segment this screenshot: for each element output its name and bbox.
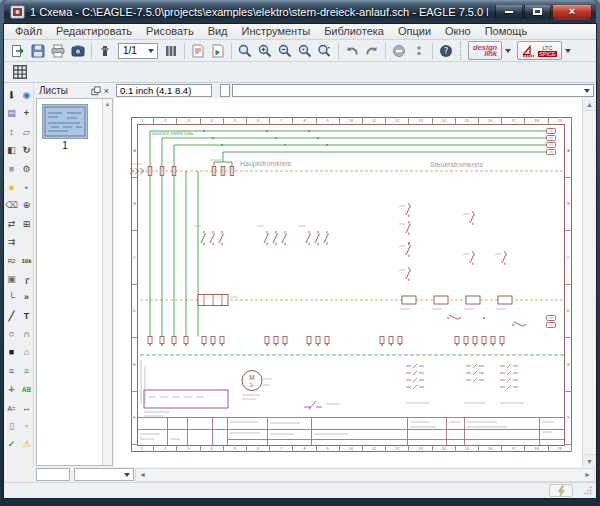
menu-item[interactable]: Файл xyxy=(8,24,49,39)
frame-column-label: 19 xyxy=(549,445,572,452)
designlink-button[interactable]: designlink xyxy=(468,41,502,60)
command-input[interactable] xyxy=(233,85,584,96)
print-button[interactable] xyxy=(48,41,68,61)
tool-rect-icon[interactable]: ■ xyxy=(5,346,18,359)
tool-rotate-icon[interactable]: ↻ xyxy=(20,144,33,157)
tool-label-icon[interactable]: AB xyxy=(20,383,33,396)
frame-column-label: 4 xyxy=(201,445,224,452)
scroll-down-icon[interactable]: ▼ xyxy=(583,454,596,467)
open-button[interactable] xyxy=(8,41,28,61)
sheet-select-combo[interactable]: 1/1 xyxy=(118,43,158,59)
help-button[interactable]: ? xyxy=(436,41,456,61)
tool-gateswap-icon[interactable]: ⇉ xyxy=(5,236,18,249)
frame-column-label: 3 xyxy=(177,445,200,452)
tool-module-icon[interactable]: ▯ xyxy=(5,420,18,433)
menu-item[interactable]: Инструменты xyxy=(235,24,318,39)
tool-change-icon[interactable]: ⚙ xyxy=(20,163,33,176)
tool-smash-icon[interactable]: ▣ xyxy=(5,273,18,286)
tool-arc-icon[interactable]: ∩ xyxy=(20,328,33,341)
menu-item[interactable]: Опции xyxy=(391,24,438,39)
layers-button[interactable] xyxy=(161,41,181,61)
zoom-out-button[interactable] xyxy=(275,41,295,61)
tool-add-icon[interactable]: ⊕ xyxy=(20,199,33,212)
tool-info-icon[interactable]: ℹ xyxy=(5,89,18,102)
menu-item[interactable]: Вид xyxy=(201,24,235,39)
horizontal-scrollbar[interactable]: ◄ ► xyxy=(135,468,595,482)
tool-mirror-icon[interactable]: ◧ xyxy=(5,144,18,157)
close-panel-button[interactable]: × xyxy=(101,85,112,96)
command-history-dropdown[interactable] xyxy=(584,89,590,93)
schematic-canvas[interactable]: M 3~ xyxy=(114,98,582,467)
tool-miter-icon[interactable]: ╭ xyxy=(20,273,33,286)
ltspice-button[interactable]: LTCSPICE xyxy=(517,41,562,60)
tool-bus-icon[interactable]: ≡ xyxy=(5,365,18,378)
board-button[interactable] xyxy=(95,41,115,61)
tool-polygon-icon[interactable]: ⌂ xyxy=(20,346,33,359)
menu-item[interactable]: Библиотека xyxy=(317,24,391,39)
menu-item[interactable]: Помощь xyxy=(478,24,535,39)
save-button[interactable] xyxy=(28,41,48,61)
tool-port-icon[interactable]: ▫ xyxy=(20,420,33,433)
menu-item[interactable]: Редактировать xyxy=(49,24,139,39)
sheets-panel-header[interactable]: Листы × xyxy=(34,83,114,98)
menu-item[interactable]: Окно xyxy=(438,24,478,39)
resize-grip[interactable] xyxy=(583,486,592,495)
ltspice-dropdown[interactable] xyxy=(562,42,574,60)
minimize-button[interactable] xyxy=(495,5,523,20)
run-ulp-button[interactable] xyxy=(208,41,228,61)
scroll-up-icon[interactable]: ▲ xyxy=(583,98,596,111)
resume-button[interactable] xyxy=(409,41,429,61)
zoom-redraw-button[interactable] xyxy=(295,41,315,61)
tool-copy-icon[interactable]: ▱ xyxy=(20,126,33,139)
export-image-button[interactable] xyxy=(68,41,88,61)
tool-delete-icon[interactable]: ⌫ xyxy=(5,199,18,212)
undo-button[interactable] xyxy=(342,41,362,61)
tool-name-icon[interactable]: R2 xyxy=(5,255,18,268)
tool-paste-icon[interactable]: ▪ xyxy=(20,181,33,194)
panel-footer-box xyxy=(36,468,70,481)
tool-pinswap-icon[interactable]: ⇄ xyxy=(5,218,18,231)
tool-show-icon[interactable]: ◉ xyxy=(20,89,33,102)
tool-group-icon[interactable]: ■ xyxy=(5,163,18,176)
tool-net-icon[interactable]: ≡ xyxy=(20,365,33,378)
scroll-right-icon[interactable]: ► xyxy=(581,471,594,478)
tool-mark-icon[interactable]: + xyxy=(20,107,33,120)
vertical-scrollbar[interactable]: ▲ ▼ xyxy=(582,98,596,467)
undock-panel-button[interactable] xyxy=(90,85,101,96)
tool-dimension-icon[interactable]: ↔ xyxy=(20,402,33,415)
chevron-down-icon xyxy=(565,49,571,53)
stop-button[interactable] xyxy=(389,41,409,61)
script-button[interactable] xyxy=(188,41,208,61)
redo-button[interactable] xyxy=(362,41,382,61)
tool-split-icon[interactable]: └ xyxy=(5,291,18,304)
frame-column-label: 8 xyxy=(293,117,316,124)
tool-invoke-icon[interactable]: ⊞ xyxy=(20,218,33,231)
close-button[interactable]: × xyxy=(552,5,592,20)
frame-column-label: 4 xyxy=(201,117,224,124)
tool-erc-icon[interactable]: ✓ xyxy=(5,438,18,451)
panel-combo[interactable] xyxy=(74,468,134,481)
scroll-left-icon[interactable]: ◄ xyxy=(136,471,149,478)
menu-item[interactable]: Рисовать xyxy=(139,24,201,39)
tool-junction-icon[interactable]: + xyxy=(5,383,18,396)
tool-text-icon[interactable]: T xyxy=(20,310,33,323)
designlink-dropdown[interactable] xyxy=(502,42,514,60)
maximize-button[interactable] xyxy=(524,5,551,20)
tool-value-icon[interactable]: 10k xyxy=(20,255,33,268)
zoom-in-button[interactable] xyxy=(255,41,275,61)
sheet-thumbnail[interactable]: 1 xyxy=(42,104,88,151)
tool-errors-icon[interactable]: ⚠ xyxy=(20,438,33,451)
zoom-fit-button[interactable] xyxy=(235,41,255,61)
tool-circle-icon[interactable]: ○ xyxy=(5,328,18,341)
sheets-scrollbar[interactable]: ▲ xyxy=(102,99,112,465)
tool-cut-icon[interactable]: ● xyxy=(5,181,18,194)
grid-button[interactable] xyxy=(10,62,30,82)
tool-display-icon[interactable]: ▤ xyxy=(5,107,18,120)
tool-wire-icon[interactable]: ╱ xyxy=(5,310,18,323)
tool-move-icon[interactable]: ↕ xyxy=(5,126,18,139)
simulate-button[interactable] xyxy=(549,484,573,497)
titlebar[interactable]: 1 Схема - C:\EAGLE-7.5.0\projects\exampl… xyxy=(4,0,596,24)
tool-attribute-icon[interactable]: A= xyxy=(5,402,18,415)
tool-bend-icon[interactable]: » xyxy=(20,291,33,304)
zoom-select-button[interactable] xyxy=(315,41,335,61)
